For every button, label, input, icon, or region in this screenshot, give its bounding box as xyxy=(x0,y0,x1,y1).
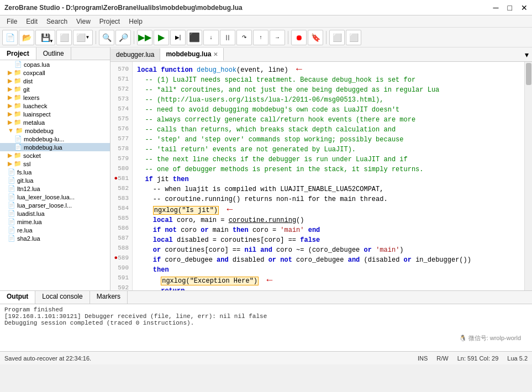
save-btn[interactable]: 💾▼ xyxy=(35,30,55,45)
tree-item-git_lua[interactable]: 📄git.lua xyxy=(0,176,110,184)
output-panel: Output Local console Markers Program fin… xyxy=(0,290,532,351)
search2-btn[interactable]: 🔎 xyxy=(115,30,131,45)
line-num-591: 591 xyxy=(114,273,129,283)
arrow-icon: ← xyxy=(296,63,302,75)
scrollbar-right[interactable] xyxy=(524,62,532,290)
pause-btn[interactable]: ⏸ xyxy=(220,30,235,45)
close-btn[interactable]: ✕ xyxy=(521,3,528,12)
new-file-btn[interactable]: 📄 xyxy=(2,30,18,45)
line-num-590: 590 xyxy=(114,263,129,273)
menu-help[interactable]: Help xyxy=(124,17,147,27)
watermark: 🐧 微信号: wrolp-world xyxy=(459,334,521,342)
menu-file[interactable]: File xyxy=(2,17,22,27)
tree-item-label: mobdebug.lua xyxy=(24,144,62,151)
output-tab-output[interactable]: Output xyxy=(0,291,35,304)
tree-item-git[interactable]: ▶ 📁git xyxy=(0,85,110,93)
file-icon: 📄 xyxy=(8,210,15,217)
record-btn[interactable]: ⏺ xyxy=(291,30,307,45)
output-line: Program finished xyxy=(4,306,528,313)
extra-btn1[interactable]: ⬜ xyxy=(329,30,345,45)
file-icon: 📄 xyxy=(8,193,15,200)
minimize-btn[interactable]: ─ xyxy=(493,3,499,12)
menu-search[interactable]: Search xyxy=(42,17,72,27)
folder-toggle-icon: ▶ 📁 xyxy=(8,102,22,109)
toolbar: 📄 📂 💾▼ ⬜ ⬜▼ 🔍 🔎 ▶▶ ▶ ▶| ⬛ ↓ ⏸ ↷ ↑ → ⏺ 🔖 … xyxy=(0,28,532,47)
line-num-584: 584 xyxy=(114,203,129,213)
line-num-578: 578 xyxy=(114,144,129,153)
line-num-570: 570 xyxy=(114,64,129,74)
code-line-585: local coro, main = coroutine.running() xyxy=(137,215,520,225)
tree-item-luadist_lua[interactable]: 📄luadist.lua xyxy=(0,209,110,218)
output-tab-markers[interactable]: Markers xyxy=(90,291,128,304)
open-file-btn[interactable]: 📂 xyxy=(19,30,34,45)
status-rw: R/W xyxy=(436,355,448,362)
tab-mobdebug[interactable]: mobdebug.lua ✕ xyxy=(160,48,224,61)
tree-item-mime_lua[interactable]: 📄mime.lua xyxy=(0,218,110,226)
output-content: Program finished[192.168.1.101:30121] De… xyxy=(0,304,532,351)
tree-item-copas_lua[interactable]: 📄copas.lua xyxy=(0,60,110,68)
code-line-579: -- the next line checks if the debugger … xyxy=(137,155,520,165)
code-line-572: -- *all* coroutines, and not just the on… xyxy=(137,85,520,95)
tree-item-label: metalua xyxy=(23,119,45,126)
step-right-btn[interactable]: → xyxy=(270,30,285,45)
code-line-587: local disabled = coroutines[coro] == fal… xyxy=(137,235,520,245)
tree-item-label: git.lua xyxy=(17,177,33,184)
step-out-btn[interactable]: ↑ xyxy=(253,30,268,45)
tree-item-label: lexers xyxy=(23,94,39,101)
tree-item-label: mime.lua xyxy=(17,219,42,225)
step-over-btn[interactable]: ↷ xyxy=(236,30,252,45)
sidebar-tab-outline[interactable]: Outline xyxy=(36,47,71,60)
extra-btn2[interactable]: ⬜ xyxy=(346,30,361,45)
stop-btn[interactable]: ⬛ xyxy=(187,30,202,45)
tree-item-label: mobdebug-lu... xyxy=(24,136,64,142)
btn5[interactable]: ⬜▼ xyxy=(73,30,93,45)
btn4[interactable]: ⬜ xyxy=(56,30,72,45)
tab-debugger[interactable]: debugger.lua xyxy=(110,49,160,61)
file-icon: 📄 xyxy=(8,185,15,192)
tab-dropdown-arrow[interactable]: ▾ xyxy=(522,48,532,61)
code-line-591: ngxlog("Exception Here") ← xyxy=(137,275,520,286)
tree-item-label: fs.lua xyxy=(17,169,31,176)
tab-mobdebug-close[interactable]: ✕ xyxy=(213,51,218,57)
tree-item-label: coxpcall xyxy=(23,70,45,76)
tree-item-ssl[interactable]: ▶ 📁ssl xyxy=(0,160,110,168)
run-btn[interactable]: ▶ xyxy=(154,30,169,45)
scroll-thumb[interactable] xyxy=(526,63,531,85)
tree-item-ltn12_lua[interactable]: 📄ltn12.lua xyxy=(0,184,110,193)
search-btn[interactable]: 🔍 xyxy=(99,30,114,45)
sidebar-tab-project[interactable]: Project xyxy=(0,47,36,60)
tree-item-lexers[interactable]: ▶ 📁lexers xyxy=(0,93,110,102)
tree-item-lua_parser_loose_l___[interactable]: 📄lua_parser_loose.l... xyxy=(0,201,110,209)
tree-item-dist[interactable]: ▶ 📁dist xyxy=(0,77,110,85)
code-line-589: if coro_debugee and disabled or not coro… xyxy=(137,255,520,265)
tree-item-mobdebug_lua[interactable]: 📄mobdebug.lua xyxy=(0,143,110,151)
tree-item-mobdebug_lu___[interactable]: 📄mobdebug-lu... xyxy=(0,135,110,143)
output-tab-console[interactable]: Local console xyxy=(35,291,89,304)
tree-item-label: dist xyxy=(23,78,33,84)
code-line-586: if not coro or main then coro = 'main' e… xyxy=(137,225,520,235)
step-into-btn[interactable]: ↓ xyxy=(203,30,219,45)
tree-item-fs_lua[interactable]: 📄fs.lua xyxy=(0,168,110,176)
folder-toggle-icon: ▶ 📁 xyxy=(8,94,22,101)
menu-project[interactable]: Project xyxy=(95,17,124,27)
sidebar-tabs: Project Outline xyxy=(0,47,110,60)
tree-item-luainspect[interactable]: ▶ 📁luainspect xyxy=(0,110,110,118)
maximize-btn[interactable]: □ xyxy=(508,3,512,12)
tree-item-mobdebug[interactable]: ▼ 📁mobdebug xyxy=(0,126,110,135)
tree-item-luacheck[interactable]: ▶ 📁luacheck xyxy=(0,102,110,110)
menu-view[interactable]: View xyxy=(72,17,95,27)
file-icon: 📄 xyxy=(8,168,15,176)
code-line-590: then xyxy=(137,265,520,275)
tree-item-lua_lexer_loose_lua___[interactable]: 📄lua_lexer_loose.lua... xyxy=(0,193,110,201)
step-btn[interactable]: ▶| xyxy=(170,30,186,45)
menu-edit[interactable]: Edit xyxy=(22,17,42,27)
tree-item-re_lua[interactable]: 📄re.lua xyxy=(0,226,110,234)
tree-item-sha2_lua[interactable]: 📄sha2.lua xyxy=(0,234,110,242)
run-all-btn[interactable]: ▶▶ xyxy=(137,30,152,45)
tree-item-socket[interactable]: ▶ 📁socket xyxy=(0,151,110,160)
tree-item-coxpcall[interactable]: ▶ 📁coxpcall xyxy=(0,68,110,77)
tree-item-metalua[interactable]: ▶ 📁metalua xyxy=(0,118,110,126)
file-icon: 📄 xyxy=(8,218,15,225)
code-content[interactable]: local function debug_hook(event, line) ←… xyxy=(133,62,524,290)
bookmark-btn[interactable]: 🔖 xyxy=(308,30,323,45)
